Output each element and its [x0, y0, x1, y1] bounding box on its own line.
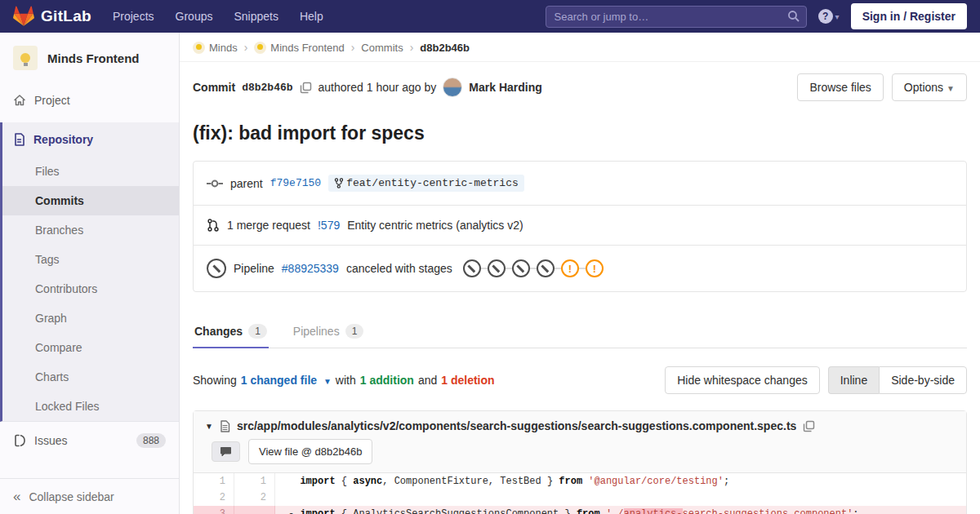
- sidebar-item-graph[interactable]: Graph: [2, 304, 179, 333]
- pipeline-stage-canceled-icon[interactable]: [537, 259, 555, 277]
- sidebar-item-issues[interactable]: Issues 888: [0, 422, 179, 459]
- copy-path-icon[interactable]: [803, 420, 815, 432]
- commit-icon: [207, 177, 223, 190]
- pipeline-stage-warning-icon[interactable]: !: [586, 259, 604, 277]
- diff-line: 22: [194, 490, 966, 506]
- gitlab-logo-icon[interactable]: [13, 6, 34, 27]
- diff-code: [275, 490, 966, 506]
- nav-menu-help[interactable]: Help: [300, 10, 323, 23]
- with-label: with: [336, 374, 356, 387]
- pipeline-label: Pipeline: [234, 262, 274, 275]
- sidebar-item-tags[interactable]: Tags: [2, 245, 179, 274]
- nav-menu-projects[interactable]: Projects: [113, 10, 154, 23]
- inline-view-button[interactable]: Inline: [828, 366, 879, 394]
- file-path[interactable]: src/app/modules/analytics/v2/components/…: [237, 419, 796, 432]
- tab-pipelines[interactable]: Pipelines1: [292, 317, 366, 348]
- showing-label: Showing: [193, 374, 237, 387]
- issues-count-badge: 888: [136, 433, 166, 448]
- copy-sha-icon[interactable]: [300, 82, 312, 94]
- old-line-number[interactable]: 2: [194, 490, 234, 506]
- merge-request-link[interactable]: !579: [318, 219, 340, 232]
- double-chevron-left-icon: «: [13, 490, 20, 503]
- branch-chip[interactable]: feat/entity-centric-metrics: [328, 175, 524, 192]
- tab-changes[interactable]: Changes1: [193, 317, 269, 348]
- old-line-number[interactable]: 3: [194, 506, 234, 514]
- breadcrumb-avatar: [254, 42, 266, 54]
- browse-files-button[interactable]: Browse files: [797, 73, 883, 101]
- commit-info-box: parent f79e7150 feat/entity-centric-metr…: [193, 161, 967, 292]
- collapse-sidebar-button[interactable]: « Collapse sidebar: [0, 478, 179, 514]
- sidebar-item-commits[interactable]: Commits: [2, 186, 179, 215]
- pipeline-stage-canceled-icon[interactable]: [463, 259, 481, 277]
- additions-count: 1 addition: [360, 374, 414, 387]
- new-line-number[interactable]: 2: [234, 490, 275, 506]
- sidebar-item-compare[interactable]: Compare: [2, 333, 179, 362]
- brand-wordmark[interactable]: GitLab: [41, 7, 91, 25]
- file-diff-box: ▼ src/app/modules/analytics/v2/component…: [193, 410, 967, 514]
- home-icon: [13, 94, 26, 107]
- question-icon: ?: [818, 9, 833, 24]
- pipeline-stage-canceled-icon[interactable]: [512, 259, 530, 277]
- caret-down-icon: ▼: [947, 84, 955, 93]
- breadcrumb-item[interactable]: d8b2b46b: [420, 42, 470, 54]
- breadcrumb-label: Commits: [361, 42, 403, 54]
- pipeline-stage-canceled-icon[interactable]: [488, 259, 506, 277]
- diff-code: - import { AnalyticsSearchSuggestionsCom…: [275, 506, 966, 514]
- merge-request-count: 1 merge request: [227, 219, 310, 232]
- sidebar-item-project[interactable]: Project: [0, 83, 179, 117]
- breadcrumb-item[interactable]: Minds Frontend: [254, 42, 344, 54]
- sidebar-item-files[interactable]: Files: [2, 157, 179, 186]
- hide-whitespace-button[interactable]: Hide whitespace changes: [665, 366, 820, 394]
- diff-table: 11 import { async, ComponentFixture, Tes…: [194, 473, 966, 514]
- project-name: Minds Frontend: [47, 51, 140, 65]
- side-by-side-view-button[interactable]: Side-by-side: [879, 366, 967, 394]
- breadcrumb-avatar: [193, 42, 205, 54]
- breadcrumb-separator: ›: [244, 41, 248, 54]
- collapse-file-icon[interactable]: ▼: [205, 422, 213, 431]
- merge-request-icon: [207, 219, 220, 232]
- tab-count-badge: 1: [248, 324, 267, 339]
- sidebar-item-locked-files[interactable]: Locked Files: [2, 392, 179, 421]
- help-menu[interactable]: ? ▾: [818, 9, 840, 24]
- branch-icon: [334, 178, 343, 188]
- merge-request-title: Entity centric metrics (analytics v2): [347, 219, 523, 232]
- new-line-number[interactable]: 1: [234, 473, 275, 490]
- new-line-number[interactable]: [234, 506, 275, 514]
- sidebar-item-charts[interactable]: Charts: [2, 362, 179, 392]
- parent-sha-link[interactable]: f79e7150: [270, 177, 321, 189]
- sidebar-item-branches[interactable]: Branches: [2, 215, 179, 245]
- breadcrumb-label: Minds Frontend: [270, 42, 344, 54]
- nav-menu-snippets[interactable]: Snippets: [234, 10, 278, 23]
- stage-connector: [530, 268, 537, 269]
- search-icon[interactable]: [787, 10, 800, 23]
- breadcrumb-item[interactable]: Minds: [193, 42, 238, 54]
- commit-tabs: Changes1Pipelines1: [193, 317, 967, 348]
- breadcrumb-separator: ›: [410, 41, 414, 54]
- old-line-number[interactable]: 1: [194, 473, 234, 490]
- chevron-down-icon: ▾: [835, 12, 840, 21]
- deletions-count: 1 deletion: [441, 374, 494, 387]
- author-name[interactable]: Mark Harding: [469, 81, 541, 94]
- sign-in-button[interactable]: Sign in / Register: [851, 3, 967, 29]
- pipeline-status-icon: [207, 259, 226, 278]
- sidebar-item-repository[interactable]: Repository: [2, 122, 179, 157]
- comment-toggle-button[interactable]: [212, 441, 240, 462]
- nav-menu-groups[interactable]: Groups: [176, 10, 213, 23]
- pipeline-id-link[interactable]: #88925339: [282, 262, 339, 275]
- options-dropdown-button[interactable]: Options▼: [892, 73, 967, 101]
- author-avatar[interactable]: [443, 78, 462, 97]
- changed-files-label: 1 changed file: [241, 374, 317, 387]
- search-input[interactable]: [546, 6, 807, 28]
- commit-sha: d8b2b46b: [242, 82, 292, 94]
- sidebar-item-contributors[interactable]: Contributors: [2, 274, 179, 304]
- project-context-header[interactable]: Minds Frontend: [0, 33, 179, 83]
- caret-down-icon: ▼: [323, 377, 332, 386]
- commit-title: (fix): bad import for specs: [193, 122, 967, 144]
- breadcrumb-item[interactable]: Commits: [361, 42, 403, 54]
- left-sidebar: Minds Frontend Project Repository Fil: [0, 33, 180, 514]
- view-file-button[interactable]: View file @ d8b2b46b: [248, 439, 372, 464]
- pipeline-stage-warning-icon[interactable]: !: [561, 259, 579, 277]
- commit-label: Commit: [193, 81, 235, 94]
- changed-files-dropdown[interactable]: 1 changed file ▼: [241, 374, 332, 387]
- sidebar-item-label: Issues: [34, 434, 67, 447]
